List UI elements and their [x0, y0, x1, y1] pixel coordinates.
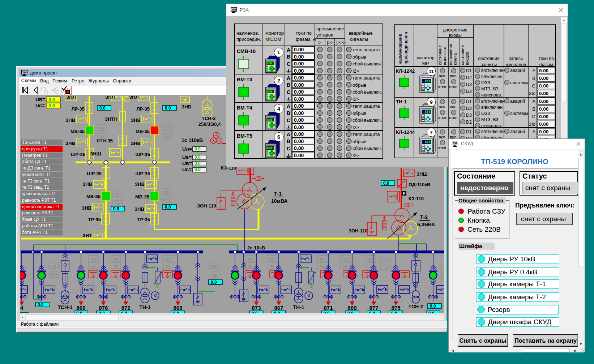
- svg-text:D2: D2: [466, 89, 472, 94]
- svg-text:2: 2: [277, 78, 280, 83]
- svg-text:цу: цу: [213, 273, 218, 277]
- svg-text:ТСН-2: ТСН-2: [408, 304, 423, 309]
- svg-text:ТН-1: ТН-1: [293, 304, 304, 310]
- svg-text:MiCOM: MiCOM: [265, 37, 281, 42]
- svg-text:цу: цу: [51, 264, 56, 268]
- svg-text:неисправ.: неисправ.: [481, 93, 502, 98]
- svg-text:ао: ао: [100, 125, 104, 130]
- svg-text:ЛР-35: ЛР-35: [71, 106, 85, 112]
- svg-text:ЗНЛ: ЗНЛ: [66, 96, 76, 100]
- svg-text:|>: |>: [317, 40, 321, 45]
- svg-text:МТЗ, ВЗ: МТЗ, ВЗ: [481, 117, 499, 122]
- svg-text:МВ-35: МВ-35: [70, 129, 85, 134]
- svg-text:откл.: откл.: [438, 85, 447, 89]
- svg-text:0.00: 0.00: [294, 75, 304, 81]
- svg-text:873: 873: [252, 305, 261, 311]
- svg-text:состояния: состояния: [478, 56, 500, 61]
- svg-text:4: 4: [20, 305, 23, 311]
- svg-text:2с-10кВ: 2с-10кВ: [247, 245, 265, 250]
- svg-text:дискретные: дискретные: [443, 27, 467, 33]
- svg-text:МТЗ: МТЗ: [162, 198, 170, 202]
- svg-text:0.00: 0.00: [539, 91, 548, 96]
- svg-text:|>>: |>>: [327, 40, 334, 45]
- svg-text:ТМ: ТМ: [22, 71, 27, 74]
- svg-text:РТН-35: РТН-35: [97, 138, 113, 144]
- svg-text:7: 7: [430, 130, 433, 135]
- svg-text:D3: D3: [466, 82, 472, 87]
- svg-text:0.00: 0.00: [539, 114, 548, 119]
- svg-text:цу: цу: [165, 134, 170, 138]
- svg-text:ШР-35: ШР-35: [135, 171, 150, 176]
- svg-text:присоедин.: присоедин.: [236, 37, 261, 42]
- svg-text:D2: D2: [466, 75, 472, 80]
- svg-text:3Io: 3Io: [529, 121, 535, 127]
- svg-text:Uв=: Uв=: [35, 97, 45, 102]
- svg-text:аварий: аварий: [510, 99, 525, 104]
- svg-text:в/включен: в/включен: [481, 74, 503, 79]
- svg-text:ао: ао: [165, 125, 170, 130]
- svg-text:монитор: монитор: [417, 55, 435, 60]
- svg-text:Uс=: Uс=: [35, 103, 45, 108]
- svg-text:1с 110кВ: 1с 110кВ: [181, 137, 203, 143]
- svg-text:ТСН-3: ТСН-3: [202, 116, 215, 121]
- svg-text:системы: системы: [510, 80, 528, 85]
- svg-text:МР: МР: [422, 61, 429, 66]
- svg-text:вкл.: вкл.: [439, 135, 446, 139]
- svg-text:A: A: [532, 99, 535, 104]
- svg-text:868: 868: [173, 305, 182, 311]
- svg-text:0.00: 0.00: [294, 117, 304, 123]
- svg-text:ШР-35: ШР-35: [70, 152, 85, 157]
- svg-text:0.0: 0.0: [195, 155, 201, 160]
- svg-text:тепл.защита: тепл.защита: [352, 103, 380, 109]
- svg-text:871: 871: [324, 305, 333, 311]
- svg-text:D2: D2: [466, 120, 472, 125]
- svg-text:токи по: токи по: [296, 30, 312, 36]
- svg-text:состояние: состояние: [460, 45, 465, 65]
- svg-text:Uв=: Uв=: [182, 160, 192, 166]
- svg-text:МВ-35: МВ-35: [136, 129, 150, 134]
- svg-text:0.00: 0.00: [294, 138, 304, 144]
- svg-text:МТЗ, ВЗ: МТЗ, ВЗ: [481, 86, 499, 91]
- svg-text:сигналы: сигналы: [350, 37, 368, 42]
- svg-text:872: 872: [121, 305, 130, 311]
- svg-text:ЗНВ: ЗНВ: [65, 141, 75, 146]
- svg-text:0.00: 0.00: [539, 76, 548, 81]
- svg-text:Uс=: Uс=: [182, 167, 192, 172]
- svg-text:0.00: 0.00: [294, 103, 304, 109]
- svg-text:цу: цу: [163, 189, 168, 194]
- svg-text:сбой выключ.: сбой выключ.: [352, 146, 382, 151]
- svg-text:ао: ао: [320, 256, 325, 261]
- svg-text:ЗНЛ: ЗНЛ: [105, 96, 115, 100]
- svg-text:КЛ-1244: КЛ-1244: [396, 129, 415, 135]
- svg-text:ао: ао: [368, 256, 373, 261]
- svg-text:неисправ.: неисправ.: [481, 123, 502, 128]
- svg-text:876: 876: [99, 305, 108, 311]
- svg-text:D2: D2: [466, 106, 472, 111]
- svg-text:ао: ао: [166, 256, 171, 261]
- svg-text:Р: Р: [403, 192, 406, 196]
- svg-text:в/включен: в/включен: [481, 105, 503, 110]
- svg-text:1: 1: [277, 50, 280, 55]
- svg-text:0.00: 0.00: [294, 89, 304, 95]
- svg-text:МВ-35: МВ-35: [86, 194, 101, 199]
- svg-text:877: 877: [369, 305, 378, 311]
- svg-text:обрыв: обрыв: [352, 139, 366, 144]
- svg-text:ТН-1: ТН-1: [139, 304, 150, 310]
- svg-text:Т-2: Т-2: [420, 214, 428, 220]
- svg-text:ЗНЛ: ЗНЛ: [129, 96, 139, 100]
- svg-text:B: B: [287, 54, 290, 60]
- svg-text:фазам, А: фазам, А: [296, 37, 316, 42]
- svg-text:0.00: 0.00: [294, 124, 304, 130]
- svg-text:ЗНТ: ЗНТ: [83, 233, 92, 238]
- svg-text:ао: ао: [248, 256, 252, 261]
- svg-text:цу: цу: [343, 264, 348, 268]
- svg-text:ЗНВ: ЗНВ: [134, 206, 144, 212]
- svg-text:0.00: 0.00: [294, 47, 304, 52]
- svg-text:тепл.защита: тепл.защита: [352, 75, 380, 81]
- svg-text:обрыв: обрыв: [352, 111, 366, 116]
- svg-text:250/35/0,4: 250/35/0,4: [198, 121, 221, 127]
- svg-text:ТМ: ТМ: [232, 8, 236, 11]
- svg-text:ОЗЗ: ОЗЗ: [481, 111, 490, 116]
- svg-text:цу: цу: [115, 201, 120, 206]
- svg-text:в/отключен: в/отключен: [481, 129, 505, 134]
